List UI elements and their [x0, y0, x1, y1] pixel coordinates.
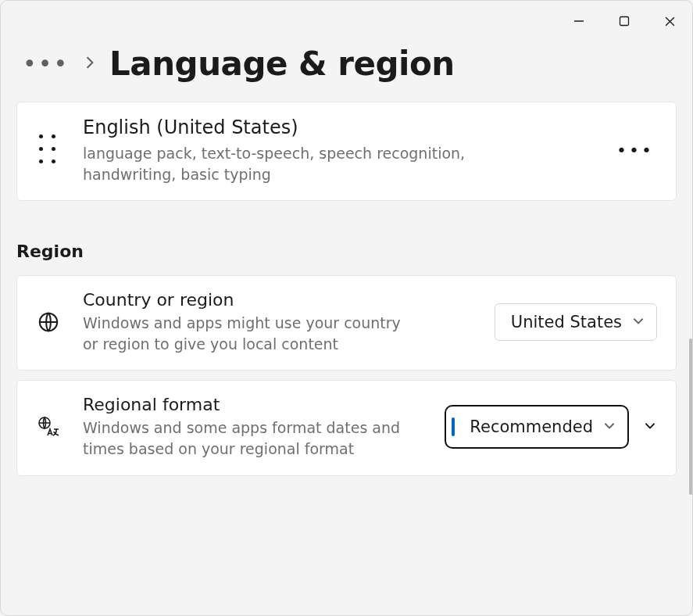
- regional-format-value: Recommended: [462, 417, 593, 436]
- content-area: English (United States) language pack, t…: [1, 102, 692, 476]
- minimize-button[interactable]: [556, 5, 602, 37]
- page-header: ••• Language & region: [1, 38, 692, 102]
- country-dropdown[interactable]: United States: [495, 303, 657, 341]
- language-features: language pack, text-to-speech, speech re…: [83, 143, 489, 184]
- format-title: Regional format: [83, 395, 427, 414]
- window-titlebar: [1, 1, 692, 38]
- language-more-button[interactable]: •••: [613, 141, 657, 160]
- expand-section-button[interactable]: [643, 418, 657, 435]
- country-dropdown-value: United States: [511, 313, 622, 331]
- language-item[interactable]: English (United States) language pack, t…: [16, 102, 677, 201]
- chevron-right-icon: [75, 54, 109, 73]
- regional-format-dropdown[interactable]: Recommended: [445, 405, 629, 449]
- chevron-down-icon: [602, 417, 616, 436]
- country-title: Country or region: [83, 290, 477, 310]
- format-desc: Windows and some apps format dates and t…: [83, 417, 411, 459]
- language-name: English (United States): [83, 116, 596, 138]
- country-region-item: Country or region Windows and apps might…: [16, 275, 677, 371]
- language-text: English (United States) language pack, t…: [83, 116, 596, 184]
- regional-format-item: Regional format Windows and some apps fo…: [16, 380, 677, 475]
- drag-handle-icon[interactable]: [31, 134, 66, 167]
- maximize-button[interactable]: [602, 5, 647, 37]
- locale-icon: [31, 414, 66, 439]
- globe-icon: [31, 310, 66, 334]
- svg-rect-0: [620, 17, 629, 26]
- close-button[interactable]: [647, 5, 692, 37]
- page-title: Language & region: [109, 45, 455, 83]
- close-icon: [664, 16, 676, 27]
- region-section-heading: Region: [16, 210, 677, 275]
- breadcrumb-more-icon[interactable]: •••: [16, 52, 75, 76]
- country-desc: Windows and apps might use your country …: [83, 313, 411, 354]
- minimize-icon: [573, 16, 584, 27]
- chevron-down-icon: [631, 313, 645, 331]
- scrollbar-thumb[interactable]: [689, 338, 692, 495]
- maximize-icon: [619, 16, 630, 27]
